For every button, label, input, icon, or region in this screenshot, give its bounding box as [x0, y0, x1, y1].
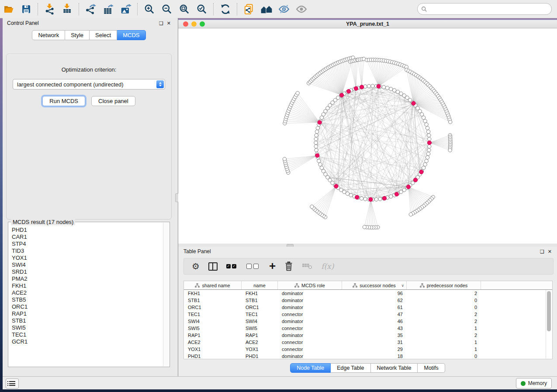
network-node[interactable] — [363, 197, 367, 201]
network-node[interactable] — [425, 123, 428, 126]
column-header-name[interactable]: name — [242, 281, 278, 289]
open-file-button[interactable] — [1, 2, 16, 16]
table-row[interactable]: ORC1ORC1dominator610 — [184, 304, 552, 311]
optimization-criterion-select[interactable]: largest connected component (undirected) — [13, 79, 165, 89]
table-row[interactable]: RAP1RAP1dominator352 — [184, 332, 552, 339]
mcds-result-item[interactable]: PMA2 — [10, 275, 163, 282]
dominator-node[interactable] — [377, 84, 381, 88]
table-row[interactable]: STB1STB1dominator620 — [184, 297, 552, 304]
delete-column-button[interactable] — [284, 260, 293, 273]
dominator-node[interactable] — [340, 93, 344, 97]
tab-motifs[interactable]: Motifs — [418, 363, 445, 373]
horizontal-splitter[interactable] — [178, 244, 557, 247]
network-node[interactable] — [422, 116, 425, 119]
network-node[interactable] — [314, 144, 318, 148]
float-panel-icon[interactable]: ❑ — [540, 249, 544, 254]
import-table-button[interactable] — [60, 2, 75, 16]
network-node[interactable] — [315, 148, 318, 152]
mcds-result-item[interactable]: TEC1 — [10, 331, 163, 338]
column-header-MCDS-role[interactable]: MCDS role — [278, 281, 342, 289]
network-node[interactable] — [426, 130, 430, 133]
network-node[interactable] — [318, 163, 322, 166]
save-session-button[interactable] — [19, 2, 34, 16]
run-mcds-button[interactable]: Run MCDS — [42, 96, 85, 106]
network-node[interactable] — [389, 87, 393, 91]
mcds-list-scrollbar[interactable] — [163, 223, 169, 366]
network-node[interactable] — [428, 137, 431, 141]
close-panel-button[interactable]: Close panel — [91, 96, 135, 106]
import-network-button[interactable] — [42, 2, 57, 16]
network-node[interactable] — [314, 137, 318, 141]
mcds-result-item[interactable]: STB5 — [10, 296, 163, 303]
mcds-result-item[interactable]: YOX1 — [10, 254, 163, 261]
zoom-in-button[interactable] — [142, 2, 157, 16]
task-history-button[interactable] — [6, 378, 19, 389]
network-node[interactable] — [389, 195, 393, 198]
mcds-result-item[interactable]: STP4 — [10, 241, 163, 248]
column-header-predecessor-nodes[interactable]: predecessor nodes — [407, 281, 481, 289]
network-graph[interactable] — [178, 28, 557, 244]
table-row[interactable]: FKH1FKH1dominator962 — [184, 290, 552, 297]
dominator-node[interactable] — [382, 196, 386, 200]
network-node[interactable] — [393, 89, 396, 92]
network-node[interactable] — [310, 205, 314, 208]
search-box[interactable] — [417, 3, 552, 15]
select-all-button[interactable]: ✓✓ — [226, 260, 238, 273]
dominator-node[interactable] — [369, 197, 373, 201]
network-node[interactable] — [363, 225, 366, 229]
network-node[interactable] — [360, 196, 363, 200]
refresh-button[interactable] — [218, 2, 233, 16]
add-column-button[interactable]: + — [269, 260, 276, 273]
network-node[interactable] — [425, 159, 428, 163]
export-network-button[interactable] — [83, 2, 98, 16]
network-node[interactable] — [320, 166, 323, 169]
network-node[interactable] — [426, 126, 429, 130]
mcds-result-item[interactable]: STB1 — [10, 317, 163, 324]
network-canvas[interactable] — [178, 28, 557, 244]
mcds-result-item[interactable]: RAP1 — [10, 310, 163, 317]
export-image-button[interactable] — [118, 2, 133, 16]
show-columns-button[interactable] — [208, 260, 218, 273]
close-panel-icon[interactable]: ✕ — [167, 21, 171, 26]
dominator-node[interactable] — [412, 101, 415, 105]
mcds-result-item[interactable]: SWI4 — [10, 261, 163, 268]
network-node[interactable] — [449, 120, 452, 124]
tab-node-table[interactable]: Node Table — [290, 363, 331, 373]
mcds-result-item[interactable]: SRD1 — [10, 268, 163, 275]
deselect-all-button[interactable] — [246, 260, 260, 273]
network-node[interactable] — [423, 163, 427, 166]
zoom-out-button[interactable] — [159, 2, 174, 16]
export-table-button[interactable] — [101, 2, 116, 16]
scrollbar-thumb[interactable] — [547, 291, 551, 331]
search-input[interactable] — [430, 6, 548, 13]
network-node[interactable] — [374, 198, 378, 201]
network-node[interactable] — [283, 157, 286, 161]
mcds-result-item[interactable]: ACE2 — [10, 289, 163, 296]
zoom-selected-button[interactable] — [194, 2, 209, 16]
network-node[interactable] — [423, 119, 427, 123]
dominator-node[interactable] — [354, 86, 358, 90]
zoom-fit-button[interactable] — [177, 2, 192, 16]
dominator-node[interactable] — [315, 154, 319, 158]
vertical-splitter[interactable] — [175, 18, 178, 376]
mcds-result-item[interactable]: PHD1 — [10, 227, 163, 234]
mcds-result-item[interactable]: FKH1 — [10, 282, 163, 289]
memory-button[interactable]: Memory — [516, 378, 552, 389]
table-row[interactable]: PHD1PHD1dominator180 — [184, 353, 552, 359]
dominator-node[interactable] — [414, 178, 418, 182]
dominator-node[interactable] — [427, 141, 431, 144]
show-all-button[interactable] — [294, 2, 309, 16]
dominator-node[interactable] — [394, 192, 398, 196]
network-node[interactable] — [316, 126, 319, 130]
mcds-result-item[interactable]: ORC1 — [10, 303, 163, 310]
dominator-node[interactable] — [406, 185, 410, 189]
network-node[interactable] — [378, 197, 382, 201]
network-node[interactable] — [349, 193, 353, 197]
dominator-node[interactable] — [419, 170, 423, 174]
float-panel-icon[interactable]: ❑ — [159, 21, 163, 26]
column-header-shared-name[interactable]: shared name — [184, 281, 242, 289]
mcds-result-item[interactable]: SWI5 — [10, 324, 163, 331]
hide-selected-button[interactable] — [277, 2, 291, 16]
tab-edge-table[interactable]: Edge Table — [331, 363, 370, 373]
network-node[interactable] — [296, 91, 299, 95]
